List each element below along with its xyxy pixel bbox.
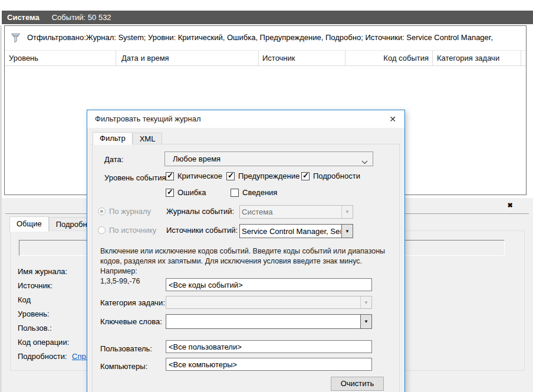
column-header-task-category[interactable]: Категория задачи — [433, 51, 521, 65]
event-sources-value: Service Control Manager, Servic — [240, 225, 341, 238]
keywords-arrow-icon[interactable]: ▼ — [360, 315, 371, 328]
date-label: Дата: — [104, 155, 123, 164]
log-tab-system[interactable]: Система — [2, 11, 40, 24]
task-category-label: Категория задачи: — [100, 298, 165, 307]
event-sources-arrow-icon[interactable]: ▼ — [341, 225, 353, 238]
chevron-down-icon — [361, 157, 368, 166]
checkbox-critical-box-icon — [166, 172, 174, 180]
task-category-arrow-icon: ▼ — [360, 297, 371, 308]
date-range-select[interactable]: Любое время — [164, 151, 373, 166]
task-category-value — [166, 297, 360, 308]
event-ids-input[interactable] — [166, 278, 372, 291]
radio-by-log-label: По журналу — [109, 207, 151, 216]
dialog-close-icon[interactable]: ✕ — [387, 113, 399, 125]
tab-general[interactable]: Общие — [9, 216, 49, 232]
checkbox-critical-label: Критическое — [177, 172, 222, 180]
checkbox-verbose-box-icon — [301, 172, 310, 180]
dialog-title: Фильтровать текущий журнал — [95, 114, 201, 123]
checkbox-error[interactable]: Ошибка — [166, 188, 206, 197]
tab-filter[interactable]: Фильтр — [93, 132, 133, 145]
event-id-hint-line2: кодов, разделяя их запятыми. Для исключе… — [100, 256, 395, 276]
checkbox-critical[interactable]: Критическое — [166, 172, 222, 180]
keywords-select[interactable]: ▼ — [166, 314, 372, 329]
event-logs-value: Система — [240, 206, 341, 218]
checkbox-warning[interactable]: Предупреждение — [226, 172, 300, 180]
column-header-date-time[interactable]: Дата и время — [116, 51, 259, 65]
keywords-value — [166, 315, 360, 328]
column-header-filler — [521, 51, 526, 65]
filter-summary: Отфильтровано:Журнал: System; Уровни: Кр… — [27, 26, 493, 50]
clear-button[interactable]: Очистить — [331, 377, 384, 391]
computers-label: Компьютеры: — [100, 362, 147, 371]
event-sources-label: Источники событий: — [166, 226, 238, 235]
column-header-event-id[interactable]: Код события — [346, 51, 433, 65]
checkbox-information-box-icon — [231, 189, 239, 197]
column-headers: Уровень Дата и время Источник Код событи… — [5, 51, 526, 66]
date-range-value: Любое время — [165, 152, 360, 166]
dialog-title-bar: Фильтровать текущий журнал ✕ — [87, 110, 404, 128]
field-label-user: Пользов.: — [18, 324, 52, 332]
checkbox-warning-label: Предупреждение — [238, 172, 300, 180]
filter-tab-page: Дата: Любое время Уровень события: Крити… — [92, 144, 400, 392]
filter-funnel-icon — [11, 33, 22, 44]
dialog-tabs: Фильтр XML — [93, 132, 162, 144]
field-label-level: Уровень: — [18, 309, 50, 318]
user-label: Пользователь: — [100, 344, 152, 353]
checkbox-warning-box-icon — [226, 172, 235, 180]
preview-close-icon[interactable]: ✖ — [505, 202, 515, 211]
filter-summary-bar: Отфильтровано:Журнал: System; Уровни: Кр… — [5, 26, 526, 51]
checkbox-error-label: Ошибка — [177, 188, 206, 197]
event-logs-label: Журналы событий: — [166, 207, 234, 216]
checkbox-information[interactable]: Сведения — [231, 188, 277, 197]
field-label-log-name: Имя журнала: — [18, 267, 67, 276]
event-viewer-window: { "colors": { "dialog_border": "#2180cd"… — [0, 0, 533, 392]
checkbox-verbose-label: Подробности — [313, 172, 360, 180]
event-level-label: Уровень события: — [104, 173, 168, 182]
user-input[interactable] — [166, 340, 372, 353]
event-logs-select: Система ▼ — [239, 205, 353, 219]
events-count: Событий: 50 532 — [52, 11, 111, 24]
event-sources-select[interactable]: Service Control Manager, Servic ▼ — [239, 224, 353, 238]
field-label-details: Подробности: — [18, 352, 67, 361]
field-label-code: Код — [18, 295, 31, 304]
task-category-select: ▼ — [166, 296, 372, 309]
column-header-level[interactable]: Уровень — [5, 51, 116, 65]
event-logs-arrow-icon: ▼ — [341, 206, 353, 218]
filter-dialog: Фильтровать текущий журнал ✕ Фильтр XML … — [87, 110, 405, 392]
radio-by-source — [98, 226, 106, 234]
field-label-opcode: Код операции: — [18, 338, 69, 347]
column-header-source[interactable]: Источник — [259, 51, 346, 65]
checkbox-information-label: Сведения — [242, 188, 277, 197]
radio-by-source-label: По источнику — [109, 226, 156, 235]
field-label-source: Источник: — [18, 281, 52, 290]
computers-input[interactable] — [166, 358, 372, 371]
keywords-label: Ключевые слова: — [100, 317, 162, 326]
tab-xml[interactable]: XML — [133, 133, 163, 144]
checkbox-error-box-icon — [166, 189, 174, 197]
event-id-hint-line1: Включение или исключение кодов событий. … — [100, 246, 395, 256]
radio-by-log — [98, 207, 106, 215]
checkbox-verbose[interactable]: Подробности — [301, 172, 360, 180]
log-title-bar: Система Событий: 50 532 — [2, 11, 533, 24]
